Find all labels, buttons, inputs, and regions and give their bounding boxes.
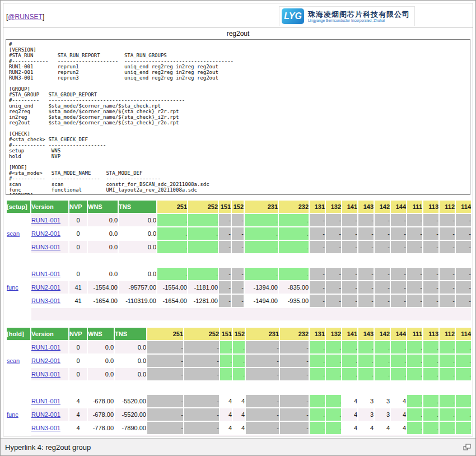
corner-cell: - <box>184 408 220 421</box>
footer-cell <box>31 435 472 436</box>
column-header-nvp: NVP <box>69 200 87 213</box>
corner-column-header: 252 <box>184 327 220 341</box>
run-link[interactable]: RUN1-001 <box>31 271 60 277</box>
corner-cell: . <box>358 354 374 367</box>
run-link[interactable]: RUN3-001 <box>31 244 60 250</box>
mode-link[interactable]: func <box>7 284 18 291</box>
corner-cell: - <box>358 227 374 240</box>
corner-cell: - <box>325 281 342 294</box>
corner-cell: - <box>390 294 407 308</box>
mode-link[interactable]: scan <box>7 357 20 364</box>
corner-cell: - <box>325 213 342 227</box>
table-row: funcRUN1-00100.00.0..--..---------- <box>6 267 472 281</box>
run-link[interactable]: RUN3-001 <box>31 297 60 304</box>
mode-link[interactable]: func <box>7 411 18 418</box>
metric-cell: -778.00 <box>87 421 114 435</box>
metric-cell: 0.0 <box>87 227 118 240</box>
company-name-en: Lingyange Semiconductor Incorporated, Zh… <box>308 18 410 23</box>
corner-cell: . <box>374 367 390 381</box>
corner-column-header: 144 <box>390 200 407 213</box>
company-name: 珠海凌烟阁芯片科技有限公司 Lingyange Semiconductor In… <box>308 10 410 23</box>
main-frame: [@RUNSET] LYG 珠海凌烟阁芯片科技有限公司 Lingyange Se… <box>3 3 473 436</box>
runset-link[interactable]: @RUNSET <box>8 13 43 21</box>
header-row: [hold]VersionNVPWNSTNS251252151152231232… <box>6 327 472 341</box>
corner-cell: . <box>374 341 390 354</box>
corner-cell: - <box>390 267 407 281</box>
run-link[interactable]: RUN1-001 <box>31 344 60 351</box>
corner-cell: - <box>455 227 472 240</box>
run-link[interactable]: RUN2-001 <box>31 357 60 364</box>
corner-cell: . <box>220 354 232 367</box>
run-link[interactable]: RUN2-001 <box>31 230 60 237</box>
corner-cell: . <box>455 354 472 367</box>
corner-column-header: 141 <box>342 200 358 213</box>
run-link[interactable]: RUN2-001 <box>31 284 60 291</box>
run-link[interactable]: RUN2-001 <box>31 411 60 418</box>
corner-cell: - <box>455 267 472 281</box>
run-link[interactable]: RUN3-001 <box>31 425 60 431</box>
version-cell: RUN3-001 <box>31 240 69 254</box>
corner-cell: - <box>407 281 423 294</box>
corner-cell: - <box>309 213 325 227</box>
version-cell: RUN2-001 <box>31 354 69 367</box>
corner-cell: . <box>407 341 423 354</box>
corner-cell: . <box>390 354 407 367</box>
run-link[interactable]: RUN1-001 <box>31 217 60 224</box>
metric-cell: 41 <box>69 281 87 294</box>
corner-cell: 4 <box>220 394 232 408</box>
corner-cell: - <box>218 281 231 294</box>
corner-cell: - <box>245 354 279 367</box>
corner-cell: . <box>325 394 342 408</box>
corner-cell: . <box>220 341 232 354</box>
metric-cell: -95757.00 <box>118 281 157 294</box>
metric-cell: 0.0 <box>114 341 147 354</box>
corner-cell: . <box>309 408 325 421</box>
popout-windows-icon[interactable] <box>463 444 471 451</box>
runset-breadcrumb: [@RUNSET] <box>6 13 44 21</box>
topbar: [@RUNSET] LYG 珠海凌烟阁芯片科技有限公司 Lingyange Se… <box>3 3 473 27</box>
corner-cell: - <box>342 213 358 227</box>
corner-cell: . <box>407 354 423 367</box>
corner-cell: - <box>374 267 390 281</box>
footer-left-cell <box>6 308 31 321</box>
version-cell: RUN1-001 <box>31 341 69 354</box>
corner-cell: - <box>218 294 231 308</box>
corner-cell: - <box>455 281 472 294</box>
corner-cell: . <box>439 354 455 367</box>
corner-cell: 3 <box>358 394 374 408</box>
metric-cell: 0.0 <box>87 341 114 354</box>
corner-cell: - <box>407 227 423 240</box>
table-row: RUN3-00141-1654.00-110319.00-1654.00-128… <box>6 294 472 308</box>
corner-cell: -1281.00 <box>188 294 218 308</box>
corner-cell: - <box>423 294 439 308</box>
table-row: RUN3-00100.00.0..--..---------- <box>6 240 472 254</box>
metric-cell: 0.0 <box>87 240 118 254</box>
corner-cell: . <box>232 354 245 367</box>
corner-cell: - <box>325 294 342 308</box>
corner-cell: . <box>358 367 374 381</box>
sta-table-hold: [hold]VersionNVPWNSTNS251252151152231232… <box>6 327 472 436</box>
corner-cell: - <box>325 227 342 240</box>
corner-cell: . <box>423 341 439 354</box>
corner-cell: - <box>184 421 220 435</box>
corner-cell: - <box>309 294 325 308</box>
corner-cell: . <box>325 341 342 354</box>
corner-cell: -835.00 <box>278 281 309 294</box>
corner-cell: - <box>390 213 407 227</box>
corner-cell: . <box>157 240 188 254</box>
corner-cell: - <box>279 354 309 367</box>
corner-cell: . <box>407 394 423 408</box>
corner-cell: . <box>407 408 423 421</box>
run-link[interactable]: RUN1-001 <box>31 398 60 404</box>
corner-cell: -935.00 <box>278 294 309 308</box>
metric-cell: 0.0 <box>87 213 118 227</box>
version-cell: RUN3-001 <box>31 367 69 381</box>
table-row: RUN2-00100.00.0..--..---------- <box>6 227 472 240</box>
corner-cell: - <box>231 213 244 227</box>
corner-cell: - <box>245 421 279 435</box>
mode-link[interactable]: scan <box>7 230 20 237</box>
corner-cell: - <box>358 240 374 254</box>
metric-cell: 0.0 <box>118 213 157 227</box>
run-link[interactable]: RUN3-001 <box>31 371 60 378</box>
metric-cell: -7890.00 <box>114 421 147 435</box>
